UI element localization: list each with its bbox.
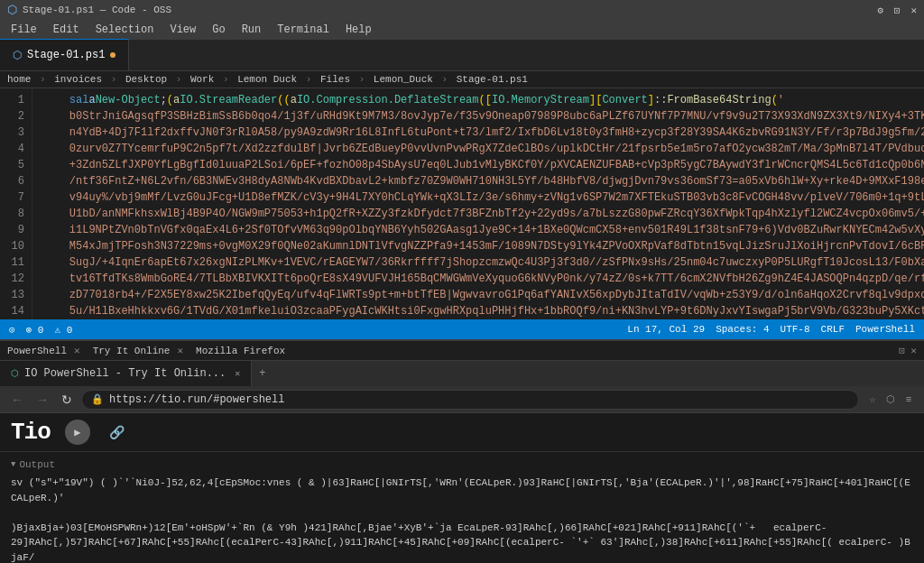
- code-line-12: tv16TfdTKs8WmbGoRE4/7TLBbXBIVKXITt6poQrE…: [43, 271, 924, 287]
- menu-view[interactable]: View: [162, 22, 203, 38]
- output-text: sv ("s"+"19V") ( )`'`Ni0J-]52,62,4[cEpSM…: [11, 475, 913, 563]
- maximize-button[interactable]: ⊡: [894, 5, 901, 16]
- code-line-10: M54xJmjTPFosh3N37229ms+0vgM0X29f0QNe02aK…: [43, 238, 924, 254]
- spaces: Spaces: 4: [716, 324, 769, 335]
- panel-title: PowerShell: [7, 346, 67, 356]
- git-icon: ⊙: [9, 324, 15, 336]
- code-line-3: n4YdB+4Dj7F1lf2dxffvJN0f3rRl0A58/py9A9zd…: [43, 125, 924, 141]
- panel-title-try: Try It Online: [93, 346, 171, 356]
- ssl-lock-icon: 🔒: [91, 393, 104, 405]
- code-line-2: b0StrJniGAgsqfP3SBHzBimSsB6b0qo4/1j3f/uR…: [43, 108, 924, 125]
- code-line-7: v94uy%/vbj9mMf/LvzG0uJFcg+U1D8efMZK/cV3y…: [43, 189, 924, 206]
- title-bar: ⬡ Stage-01.ps1 — Code - OSS ⚙ ⊡ ✕: [0, 0, 924, 20]
- address-bar[interactable]: 🔒 https://tio.run/#powershell: [81, 390, 859, 410]
- status-right: Ln 17, Col 29 Spaces: 4 UTF-8 CRLF Power…: [627, 324, 915, 335]
- tio-output-area: Output sv ("s"+"19V") ( )`'`Ni0J-]52,62,…: [0, 452, 924, 563]
- status-left: ⊙ ⊗ 0 ⚠ 0: [9, 324, 72, 336]
- menu-bar: File Edit Selection View Go Run Terminal…: [0, 20, 924, 40]
- bookmark-icon[interactable]: ☆: [864, 392, 881, 408]
- code-line-13: zD77018rb4+/F2X5EY8xw25K2IbefqQyEq/ufv4q…: [43, 287, 924, 303]
- menu-edit[interactable]: Edit: [46, 22, 87, 38]
- editor-tab-stage01[interactable]: ⬡ Stage-01.ps1: [0, 39, 129, 70]
- tab-close-button[interactable]: ✕: [235, 368, 240, 379]
- tio-link-button[interactable]: 🔗: [105, 420, 130, 445]
- code-editor[interactable]: sal a New-Object;(a IO.StreamReader ((a …: [32, 88, 924, 319]
- code-area: 12345 678910 1112131415 1617181920 2122 …: [0, 88, 924, 319]
- output-label: Output: [11, 459, 913, 470]
- code-line-6: /ntf36FntZ+N6L2vfn/6B3NWEv3H8dyA8NWb4Kvd…: [43, 173, 924, 189]
- menu-go[interactable]: Go: [205, 22, 232, 38]
- browser-tab-label: IO PowerShell - Try It Onlin...: [24, 367, 226, 380]
- menu-selection[interactable]: Selection: [88, 22, 162, 38]
- tio-run-button[interactable]: ▶: [65, 420, 90, 445]
- tio-logo: Tio: [11, 419, 51, 446]
- menu-run[interactable]: Run: [235, 22, 269, 38]
- reload-button[interactable]: ↻: [58, 391, 76, 409]
- code-line-14: 5u/H1lBxeHhkkxv6G/1TVdG/X01mfkeluiO3zcaa…: [43, 303, 924, 319]
- status-bar: ⊙ ⊗ 0 ⚠ 0 Ln 17, Col 29 Spaces: 4 UTF-8 …: [0, 319, 924, 339]
- title-text: Stage-01.ps1 — Code - OSS: [23, 5, 171, 15]
- browser-nav: ← → ↻ 🔒 https://tio.run/#powershell ☆ ⬡ …: [0, 386, 924, 413]
- forward-button[interactable]: →: [32, 391, 52, 409]
- tio-header: Tio ▶ 🔗: [0, 413, 924, 452]
- code-line-4: 0zurv0Z7TYcemrfuP9C2n5pf7t/Xd2zzfdulBf|J…: [43, 141, 924, 157]
- close-button[interactable]: ✕: [910, 5, 917, 16]
- app-icon: ⬡: [7, 3, 17, 17]
- menu-file[interactable]: File: [4, 22, 44, 38]
- new-tab-button[interactable]: +: [252, 361, 273, 386]
- breadcrumb: home › invoices › Desktop › Work › Lemon…: [0, 71, 924, 88]
- extensions-icon[interactable]: ⬡: [882, 392, 899, 408]
- warning-count: ⚠ 0: [54, 324, 72, 336]
- browser-tab-bar: ⬡ IO PowerShell - Try It Onlin... ✕ +: [0, 361, 924, 386]
- editor-container: ⬡ Stage-01.ps1 home › invoices › Desktop…: [0, 40, 924, 319]
- code-line-5: +3Zdn5ZLfJXP0YfLgBgfId0luuaP2LSoi/6pEF+f…: [43, 157, 924, 173]
- menu-help[interactable]: Help: [338, 22, 379, 38]
- menu-icon[interactable]: ≡: [901, 392, 917, 408]
- url-text: https://tio.run/#powershell: [109, 393, 284, 406]
- code-line-1: sal a New-Object;(a IO.StreamReader ((a …: [43, 92, 924, 108]
- tio-content: Tio ▶ 🔗 Output sv ("s"+"19V") ( )`'`Ni0J…: [0, 413, 924, 563]
- browser-panel: PowerShell ✕ Try It Online ✕ Mozilla Fir…: [0, 339, 924, 563]
- line-numbers: 12345 678910 1112131415 1617181920 2122: [0, 88, 32, 319]
- tab-favicon: ⬡: [11, 368, 19, 379]
- modified-dot: [110, 52, 116, 58]
- tab-label: Stage-01.ps1: [27, 49, 105, 61]
- line-ending: CRLF: [821, 324, 845, 335]
- code-line-11: SugJ/+4IqnEr6apEt67x26xgNIzPLMKv+1VEVC/r…: [43, 254, 924, 271]
- browser-tab-tio[interactable]: ⬡ IO PowerShell - Try It Onlin... ✕: [0, 361, 252, 386]
- encoding: UTF-8: [781, 324, 810, 335]
- language[interactable]: PowerShell: [855, 324, 915, 335]
- code-line-9: i1L9NPtZVn0bTnVGfx0qaEx4L6+2Sf0TOfvVM63q…: [43, 222, 924, 238]
- error-count: ⊗ 0: [26, 324, 44, 336]
- browser-toolbar-right: ☆ ⬡ ≡: [864, 392, 917, 408]
- panel-title-firefox: Mozilla Firefox: [196, 346, 285, 356]
- code-line-8: U1bD/anNMFkhsxWlBj4B9P4O/NGW9mP75053+h1p…: [43, 206, 924, 222]
- browser-title-bar: PowerShell ✕ Try It Online ✕ Mozilla Fir…: [0, 341, 924, 361]
- editor-tabs: ⬡ Stage-01.ps1: [0, 40, 924, 71]
- line-col: Ln 17, Col 29: [627, 324, 705, 335]
- menu-terminal[interactable]: Terminal: [270, 22, 337, 38]
- back-button[interactable]: ←: [7, 391, 27, 409]
- minimize-button[interactable]: ⚙: [877, 5, 883, 16]
- file-icon: ⬡: [13, 49, 22, 62]
- title-bar-left: ⬡ Stage-01.ps1 — Code - OSS: [7, 3, 171, 17]
- window-controls[interactable]: ⚙ ⊡ ✕: [877, 5, 917, 16]
